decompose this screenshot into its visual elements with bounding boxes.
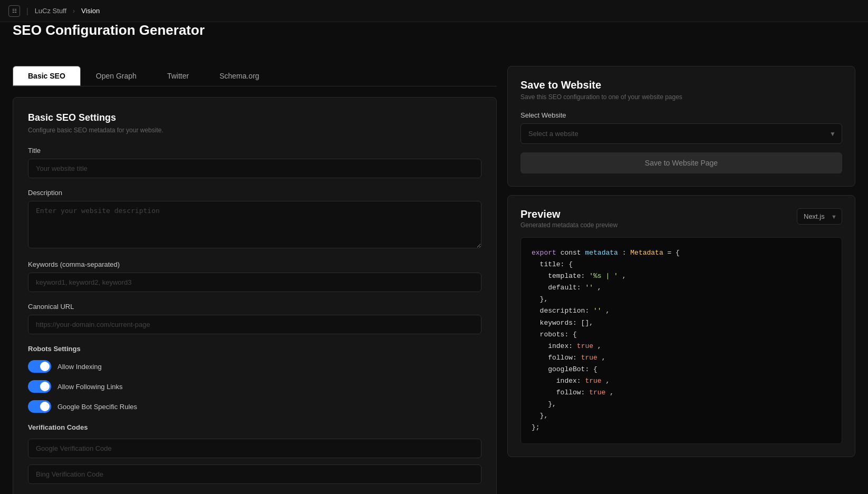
title-field-group: Title — [28, 147, 481, 178]
title-label: Title — [28, 147, 481, 154]
keywords-input[interactable] — [28, 273, 481, 292]
code-line-2: title: { — [532, 259, 831, 270]
select-website-wrapper: Select a website ▼ — [520, 123, 842, 144]
code-line-9: index: true , — [532, 341, 831, 352]
robots-field-group: Robots Settings Allow Indexing — [28, 345, 481, 413]
verification-field-group: Verification Codes — [28, 423, 481, 484]
code-line-5: }, — [532, 294, 831, 305]
allow-indexing-label: Allow Indexing — [57, 363, 102, 371]
breadcrumb-current: Vision — [81, 7, 100, 15]
code-line-7: keywords: [], — [532, 317, 831, 329]
code-line-1: export const metadata : Metadata = { — [532, 247, 831, 259]
canonical-input[interactable] — [28, 315, 481, 334]
title-input[interactable] — [28, 159, 481, 178]
save-panel-title: Save to Website — [520, 79, 842, 91]
tab-bar: Basic SEO Open Graph Twitter Schema.org — [13, 66, 497, 86]
framework-select-wrapper: Next.js React Vue Nuxt.js ▼ — [797, 208, 842, 225]
form-card-title: Basic SEO Settings — [28, 112, 481, 123]
code-line-6: description: '' , — [532, 305, 831, 317]
sidebar-toggle-button[interactable]: ☷ — [8, 5, 20, 17]
save-to-website-button[interactable]: Save to Website Page — [520, 152, 842, 173]
google-verification-input[interactable] — [28, 439, 481, 458]
breadcrumb-parent[interactable]: LuCz Stuff — [35, 7, 66, 15]
sidebar-toggle-icon: ☷ — [12, 8, 17, 14]
canonical-field-group: Canonical URL — [28, 303, 481, 334]
code-line-8: robots: { — [532, 329, 831, 341]
code-line-3: template: '%s | ' , — [532, 270, 831, 282]
code-line-13: follow: true , — [532, 387, 831, 399]
googlebot-toggle[interactable] — [28, 400, 51, 413]
select-website-dropdown[interactable]: Select a website — [520, 123, 842, 144]
right-panel: Save to Website Save this SEO configurat… — [507, 66, 855, 494]
description-field-group: Description — [28, 189, 481, 250]
preview-title: Preview — [520, 208, 618, 220]
topbar: ☷ | LuCz Stuff › Vision — [0, 0, 868, 22]
verification-section-title: Verification Codes — [28, 423, 481, 431]
allow-following-toggle[interactable] — [28, 380, 51, 393]
page-title: SEO Configuration Generator — [0, 22, 868, 38]
tab-basic-seo[interactable]: Basic SEO — [13, 66, 81, 86]
basic-seo-form-card: Basic SEO Settings Configure basic SEO m… — [13, 97, 497, 494]
topbar-separator: | — [26, 7, 28, 15]
canonical-label: Canonical URL — [28, 303, 481, 311]
save-panel-subtitle: Save this SEO configuration to one of yo… — [520, 93, 842, 101]
tab-open-graph[interactable]: Open Graph — [81, 66, 152, 86]
keywords-field-group: Keywords (comma-separated) — [28, 260, 481, 292]
googlebot-toggle-group: Google Bot Specific Rules — [28, 400, 481, 413]
preview-header: Preview Generated metadata code preview … — [520, 208, 842, 229]
googlebot-label: Google Bot Specific Rules — [57, 403, 137, 411]
code-line-4: default: '' , — [532, 282, 831, 294]
preview-title-area: Preview Generated metadata code preview — [520, 208, 618, 229]
select-website-label: Select Website — [520, 111, 842, 119]
allow-following-toggle-group: Allow Following Links — [28, 380, 481, 393]
code-line-12: index: true , — [532, 375, 831, 387]
bing-verification-input[interactable] — [28, 464, 481, 484]
tab-schema-org[interactable]: Schema.org — [204, 66, 274, 86]
preview-subtitle: Generated metadata code preview — [520, 221, 618, 229]
code-line-14: }, — [532, 399, 831, 410]
left-panel: Basic SEO Open Graph Twitter Schema.org … — [13, 66, 497, 494]
code-line-11: googleBot: { — [532, 364, 831, 375]
description-label: Description — [28, 189, 481, 197]
allow-indexing-toggle-group: Allow Indexing — [28, 360, 481, 373]
breadcrumb-arrow: › — [73, 7, 75, 15]
tab-twitter[interactable]: Twitter — [152, 66, 204, 86]
keywords-label: Keywords (comma-separated) — [28, 260, 481, 268]
preview-card: Preview Generated metadata code preview … — [507, 195, 855, 457]
save-to-website-card: Save to Website Save this SEO configurat… — [507, 66, 855, 187]
code-line-16: }; — [532, 422, 831, 433]
code-line-15: }, — [532, 410, 831, 422]
code-preview-block: export const metadata : Metadata = { tit… — [520, 237, 842, 444]
framework-select-dropdown[interactable]: Next.js React Vue Nuxt.js — [797, 208, 842, 225]
allow-indexing-toggle[interactable] — [28, 360, 51, 373]
description-input[interactable] — [28, 201, 481, 248]
code-line-10: follow: true , — [532, 352, 831, 364]
allow-following-label: Allow Following Links — [57, 383, 123, 391]
main-content: Basic SEO Open Graph Twitter Schema.org … — [0, 51, 868, 494]
form-card-subtitle: Configure basic SEO metadata for your we… — [28, 127, 481, 134]
robots-section-title: Robots Settings — [28, 345, 481, 353]
